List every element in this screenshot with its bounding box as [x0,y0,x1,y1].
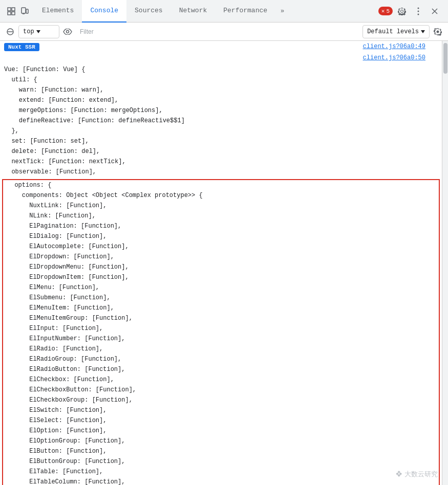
client-link-2[interactable]: client.js?06a0:50 [355,52,434,63]
svg-rect-1 [12,8,15,11]
svg-point-7 [418,7,419,9]
log-line: ElButton: [Function], [3,446,439,456]
toolbar: top Default levels [0,23,448,41]
svg-point-9 [418,13,419,15]
svg-point-8 [418,10,419,12]
highlighted-section: options: { components: Object <Object <C… [2,179,440,485]
level-selector[interactable]: Default levels [362,25,430,38]
log-line: warn: [Function: warn], [0,85,442,95]
log-line: NLink: [Function], [3,211,439,221]
log-line: ElTable: [Function], [3,467,439,477]
scrollbar-thumb[interactable] [443,43,447,74]
svg-rect-5 [26,9,28,13]
log-line: ElCheckboxGroup: [Function], [3,395,439,405]
inspect-icon[interactable] [6,6,16,16]
log-line: ElRadioButton: [Function], [3,364,439,374]
log-line: ElDropdown: [Function], [3,252,439,262]
log-line: mergeOptions: [Function: mergeOptions], [0,105,442,116]
log-line: Vue: [Function: Vue] { [0,64,442,75]
log-line: ElPagination: [Function], [3,221,439,231]
chevron-down-icon [36,30,40,33]
log-line: ElCheckboxButton: [Function], [3,385,439,395]
device-icon[interactable] [19,6,30,16]
error-x-icon: ✕ [381,8,385,14]
log-line: ElDropdownMenu: [Function], [3,262,439,272]
log-line: ElAutocomplete: [Function], [3,241,439,252]
svg-point-14 [67,30,69,33]
log-line: ElOptionGroup: [Function], [3,436,439,446]
clear-console-icon[interactable] [4,26,16,38]
log-line: components: Object <Object <Complex prot… [3,190,439,201]
watermark-icon: ❖ [395,469,402,479]
log-line: observable: [Function], [0,167,442,177]
log-line: ElRadio: [Function], [3,344,439,354]
more-tabs-button[interactable]: » [275,4,289,19]
svg-rect-4 [22,8,26,13]
log-line: ElTableColumn: [Function], [3,477,439,485]
log-line: ElButtonGroup: [Function], [3,456,439,467]
client-link-1[interactable]: client.js?06a0:49 [355,41,434,52]
svg-rect-2 [8,12,11,15]
filter-input[interactable] [76,25,360,38]
tab-bar: Elements Console Sources Network Perform… [0,0,448,23]
tab-sources[interactable]: Sources [126,0,171,23]
log-line: extend: [Function: extend], [0,95,442,105]
watermark-text: 大数云研究 [404,470,438,479]
close-icon[interactable] [428,4,442,18]
log-line: ElMenu: [Function], [3,282,439,293]
log-line: nextTick: [Function: nextTick], [0,157,442,167]
nuxt-ssr-badge: Nuxt SSR [4,43,39,51]
svg-rect-3 [12,12,15,15]
error-badge[interactable]: ✕ 5 [378,7,393,15]
log-line: ElMenuItemGroup: [Function], [3,313,439,323]
log-line: delete: [Function: del], [0,146,442,157]
console-content[interactable]: Nuxt SSR client.js?06a0:49 client.js?06a… [0,41,442,485]
log-line: ElRadioGroup: [Function], [3,354,439,364]
log-line: options: { [3,180,439,190]
log-line: ElMenuItem: [Function], [3,303,439,313]
log-line: util: { [0,75,442,85]
log-line: }, [0,126,442,136]
log-line: ElCheckbox: [Function], [3,374,439,385]
log-line: ElOption: [Function], [3,426,439,436]
scrollbar[interactable] [442,41,448,485]
tab-network[interactable]: Network [171,0,216,23]
log-line: ElDialog: [Function], [3,231,439,241]
log-line: ElDropdownItem: [Function], [3,272,439,282]
vertical-dots-icon[interactable] [411,4,425,18]
level-chevron-down-icon [421,30,425,33]
tab-icons [2,6,34,16]
console-settings-icon[interactable] [432,26,444,38]
tab-console[interactable]: Console [82,0,126,23]
watermark: ❖ 大数云研究 [395,469,438,479]
log-line: ElInput: [Function], [3,323,439,334]
pre-highlight-section: Vue: [Function: Vue] { util: { warn: [Fu… [0,63,442,178]
log-line: ElSelect: [Function], [3,415,439,426]
log-line: defineReactive: [Function: defineReactiv… [0,116,442,126]
log-line: ElSwitch: [Function], [3,405,439,415]
context-selector[interactable]: top [18,25,59,38]
eye-icon[interactable] [61,26,74,38]
log-line: NuxtLink: [Function], [3,201,439,211]
log-line: set: [Function: set], [0,136,442,146]
console-area: Nuxt SSR client.js?06a0:49 client.js?06a… [0,41,448,485]
settings-icon[interactable] [395,4,409,18]
tab-bar-right: ✕ 5 [378,4,446,18]
tab-performance[interactable]: Performance [215,0,275,23]
tab-elements[interactable]: Elements [34,0,82,23]
svg-rect-0 [8,8,11,11]
log-line: ElInputNumber: [Function], [3,334,439,344]
log-line: ElSubmenu: [Function], [3,293,439,303]
